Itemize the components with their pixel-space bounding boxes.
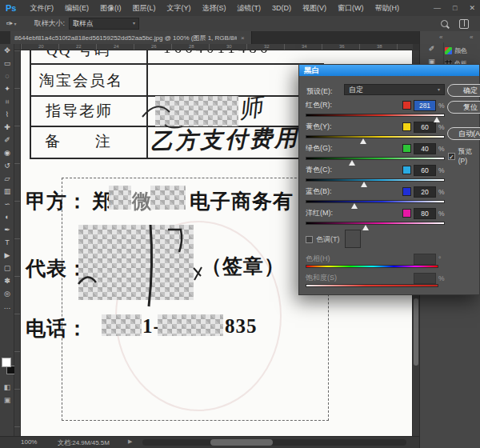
menu-item[interactable]: 文件(F): [24, 0, 59, 16]
clone-stamp-tool[interactable]: ◉: [0, 146, 14, 159]
hue-value-input[interactable]: [414, 254, 436, 265]
ok-button[interactable]: 确定: [447, 84, 480, 97]
shape-tool[interactable]: ▢: [0, 262, 14, 274]
path-select-tool[interactable]: ▶: [0, 249, 14, 262]
menu-item[interactable]: 窗口(W): [332, 0, 370, 16]
channel-slider-track[interactable]: [306, 200, 445, 203]
pen-tool[interactable]: ✒: [0, 223, 14, 236]
eyedropper-tool[interactable]: ⌇: [0, 108, 14, 121]
channel-color-swatch[interactable]: [402, 101, 411, 110]
channel-color-swatch[interactable]: [402, 187, 411, 196]
zoom-tool[interactable]: ◎: [0, 287, 14, 300]
minimize-button[interactable]: —: [434, 0, 441, 16]
censored-phone: [158, 314, 223, 336]
hand-tool[interactable]: ✽: [0, 274, 14, 287]
move-tool[interactable]: ✥: [0, 44, 14, 57]
channel-slider-thumb[interactable]: [351, 203, 358, 209]
preset-dropdown[interactable]: 自定 ▾: [344, 84, 445, 95]
eraser-tool[interactable]: ▱: [0, 172, 14, 185]
channel-value-input[interactable]: 281: [414, 100, 436, 111]
channel-value-input[interactable]: 40: [414, 143, 436, 154]
tool-preset-icon[interactable]: ✑: [6, 19, 13, 28]
tab-close-icon[interactable]: ×: [241, 34, 245, 42]
menu-item[interactable]: 图层(L): [126, 0, 161, 16]
saturation-value-input[interactable]: [414, 273, 436, 284]
horizontal-scrollbar-thumb[interactable]: [210, 439, 273, 446]
channel-slider-track[interactable]: [306, 222, 445, 225]
saturation-slider[interactable]: [306, 284, 438, 287]
status-arrow-icon[interactable]: ▶: [128, 438, 132, 445]
channel-slider-track[interactable]: [306, 114, 445, 117]
marquee-tool[interactable]: ▭: [0, 57, 14, 70]
search-icon[interactable]: [441, 20, 448, 27]
channel-slider-thumb[interactable]: [362, 225, 369, 230]
ruler-tick-label: 36: [339, 44, 345, 50]
tab-bar: 8644ebf81a4c510f2a818ed56159252dd52aa5bc…: [0, 31, 480, 44]
quick-selection-tool[interactable]: ✦: [0, 82, 14, 95]
channel-slider-track[interactable]: [306, 157, 445, 160]
channel-line: 黄色(Y):60%: [306, 122, 445, 132]
menu-item[interactable]: 编辑(E): [59, 0, 94, 16]
channel-slider-track[interactable]: [306, 178, 445, 182]
channel-value-input[interactable]: 60: [414, 165, 436, 176]
menu-item[interactable]: 图像(I): [94, 0, 127, 16]
screen-mode-icon[interactable]: ▣: [0, 396, 14, 404]
channel-magenta: 洋红(M):80%: [306, 208, 445, 230]
hue-slider[interactable]: [306, 265, 438, 268]
collapse-panels-icon[interactable]: «: [439, 34, 442, 41]
foreground-color-swatch[interactable]: [2, 358, 11, 367]
channel-value-input[interactable]: 60: [414, 122, 436, 133]
tint-checkbox[interactable]: [306, 236, 313, 243]
channel-line: 蓝色(B):20%: [306, 186, 445, 197]
dodge-tool[interactable]: ◐: [0, 210, 14, 223]
menu-item[interactable]: 3D(D): [266, 0, 297, 16]
crop-tool[interactable]: ⌗: [0, 95, 14, 108]
horizontal-scrollbar[interactable]: [142, 439, 406, 446]
channel-slider-thumb[interactable]: [434, 117, 440, 122]
smudge-tool[interactable]: ∽: [0, 198, 14, 210]
sample-size-dropdown[interactable]: 取样点 ▾: [69, 18, 139, 30]
channel-color-swatch[interactable]: [402, 122, 411, 131]
menu-item[interactable]: 视图(V): [297, 0, 332, 16]
maximize-button[interactable]: □: [453, 0, 457, 16]
tint-color-swatch[interactable]: [345, 230, 361, 248]
collapse-panels-icon[interactable]: «: [470, 34, 473, 41]
menu-item[interactable]: 帮助(H): [369, 0, 405, 16]
menu-item[interactable]: 文字(Y): [161, 0, 196, 16]
reset-button[interactable]: 复位: [447, 101, 480, 114]
menu-item[interactable]: 选择(S): [196, 0, 231, 16]
lasso-tool[interactable]: ◌: [0, 70, 14, 82]
vertical-scrollbar-thumb[interactable]: [414, 298, 418, 366]
auto-button[interactable]: 自动(A): [447, 127, 480, 140]
document-tab[interactable]: 8644ebf81a4c510f2a818ed56159252dd52aa5bc…: [10, 31, 252, 44]
spot-healing-tool[interactable]: ✚: [0, 121, 14, 134]
history-brush-tool[interactable]: ↺: [0, 159, 14, 172]
channel-red: 红色(R):281%: [306, 100, 445, 122]
channel-color-swatch[interactable]: [402, 144, 411, 153]
color-panel-icon: [445, 47, 452, 54]
channel-slider-thumb[interactable]: [360, 138, 366, 144]
color-swatches[interactable]: [2, 358, 14, 378]
channel-color-swatch[interactable]: [402, 166, 411, 174]
type-tool[interactable]: T: [0, 236, 14, 249]
preview-checkbox[interactable]: ✓: [448, 153, 455, 160]
channel-slider-thumb[interactable]: [349, 160, 355, 166]
gradient-tool[interactable]: ▥: [0, 185, 14, 198]
panel-tab-color[interactable]: 颜色: [445, 44, 480, 57]
preview-label: 预览(P): [458, 147, 479, 165]
workspace-switcher-icon[interactable]: [459, 19, 469, 29]
brush-tool[interactable]: ✐: [0, 134, 14, 146]
menu-item[interactable]: 滤镜(T): [231, 0, 266, 16]
channel-value-input[interactable]: 80: [414, 208, 436, 219]
channel-color-swatch[interactable]: [402, 209, 411, 218]
zoom-level-field[interactable]: 100%: [21, 438, 37, 446]
edit-toolbar[interactable]: …: [0, 300, 14, 313]
channel-value-input[interactable]: 20: [414, 186, 436, 198]
brush-panel-icon[interactable]: ✐: [420, 42, 443, 55]
close-button[interactable]: ✕: [469, 0, 475, 16]
channel-slider-track[interactable]: [306, 135, 445, 138]
channel-slider-thumb[interactable]: [361, 182, 367, 187]
quick-mask-icon[interactable]: ◧: [0, 383, 14, 391]
note-value: 乙方支付费用: [150, 123, 300, 158]
dialog-title[interactable]: 黑白: [299, 65, 479, 76]
